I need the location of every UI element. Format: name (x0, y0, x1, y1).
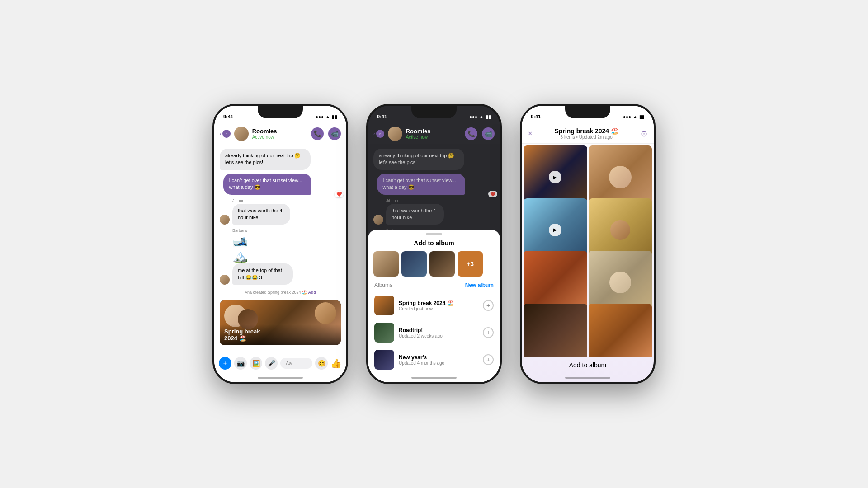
video-icon-2: 📹 (485, 130, 492, 137)
more-count: +3 (467, 260, 474, 267)
jihoon-label-2: Jihoon (386, 198, 463, 203)
chat-info-2: Roomies Active now (406, 128, 461, 140)
notch-2 (411, 106, 457, 118)
message-2-2-wrapper: I can't get over that sunset view... wha… (377, 174, 495, 195)
mic-button[interactable]: 🎤 (265, 357, 278, 370)
wifi-icon-2: ▲ (479, 114, 484, 119)
wifi-icon: ▲ (326, 114, 330, 119)
time-2: 9:41 (377, 114, 387, 119)
jihoon-avatar-2 (373, 215, 383, 225)
notch-3 (565, 106, 610, 118)
video-call-button[interactable]: 📹 (328, 127, 341, 140)
emoji-icon: 😊 (318, 360, 326, 367)
album-list-item-1[interactable]: Spring break 2024 🏖️ Created just now + (368, 292, 500, 319)
video-icon: 📹 (331, 130, 339, 137)
back-count-1: 2 (222, 130, 231, 138)
sheet-photo-2[interactable] (401, 251, 427, 277)
grid-item-7[interactable] (524, 304, 587, 357)
message-6: me at the top of that hill 😂😂 3 (220, 263, 341, 285)
chat-name-2: Roomies (406, 128, 461, 135)
chat-name-1: Roomies (252, 128, 307, 135)
album-add-button-1[interactable]: + (483, 300, 494, 311)
sheet-title: Add to album (368, 239, 500, 251)
album-list-item-3[interactable]: New year's Updated 4 months ago + (368, 346, 500, 373)
video-call-button-2[interactable]: 📹 (482, 127, 495, 140)
album-footer: Add to album (522, 357, 654, 373)
more-button[interactable]: ⊙ (641, 129, 647, 139)
phone-icon-2: 📞 (467, 130, 475, 137)
barbara-avatar (220, 275, 230, 285)
photos-button[interactable]: 🖼️ (250, 357, 262, 370)
back-button-2[interactable]: ‹ 2 (373, 130, 384, 138)
emoji-button[interactable]: 😊 (315, 357, 328, 370)
album-thumb-2 (374, 323, 394, 343)
sheet-photo-more[interactable]: +3 (458, 251, 483, 277)
like-button[interactable]: 👍 (330, 358, 342, 369)
album-title: Spring break 2024 🏖️ (532, 127, 641, 135)
phone-call-button-2[interactable]: 📞 (465, 127, 477, 140)
messages-1: already thinking of our next trip 🤔 let'… (214, 144, 346, 353)
input-placeholder: Aa (286, 361, 292, 366)
message-2-reaction: ❤️ (335, 191, 344, 197)
jihoon-label: Jihoon (232, 198, 310, 203)
status-icons-1: ●●● ▲ ▮▮ (316, 114, 337, 119)
message-2-2: I can't get over that sunset view... wha… (377, 174, 465, 195)
close-button[interactable]: × (528, 130, 532, 138)
message-2: I can't get over that sunset view... wha… (223, 174, 311, 195)
time-1: 9:41 (223, 114, 233, 119)
sheet-handle (426, 233, 442, 235)
grid-item-8[interactable] (589, 304, 652, 357)
message-3: Jihoon that was worth the 4 hour hike (220, 198, 341, 225)
phone-3: 9:41 ●●● ▲ ▮▮ × Spring break 2024 🏖️ 8 i… (520, 104, 656, 384)
phone-1: 9:41 ●●● ▲ ▮▮ ‹ 2 Roomies Active now 📞 (212, 104, 348, 384)
play-button-2[interactable]: ▶ (549, 224, 561, 236)
sheet-photo-3[interactable] (429, 251, 455, 277)
new-album-button[interactable]: New album (465, 282, 494, 288)
mic-icon: 🎤 (268, 360, 275, 367)
chat-avatar-2 (388, 127, 402, 141)
message-input[interactable]: Aa (280, 358, 312, 369)
camera-button[interactable]: 📷 (234, 357, 247, 370)
sheet-photo-1[interactable] (373, 251, 399, 277)
time-3: 9:41 (531, 114, 541, 119)
chat-status-2: Active now (406, 135, 461, 140)
home-bar-1 (214, 373, 346, 382)
album-add-button-2[interactable]: + (483, 327, 494, 338)
message-2-wrapper: I can't get over that sunset view... wha… (223, 174, 341, 195)
status-icons-3: ●●● ▲ ▮▮ (623, 114, 645, 119)
back-count-2: 2 (376, 130, 384, 138)
add-link[interactable]: Add (308, 290, 316, 295)
signal-icon: ●●● (316, 114, 324, 119)
album-list-item-2[interactable]: Roadtrip! Updated 2 weeks ago + (368, 319, 500, 346)
album-card-overlay: Spring break2024 🏖️ (220, 324, 341, 345)
battery-icon-3: ▮▮ (639, 114, 645, 119)
barbara-label: Barbara (232, 228, 341, 233)
back-button-1[interactable]: ‹ 2 (220, 130, 231, 138)
system-message: Ana created Spring break 2024 🏖️ Add (220, 288, 341, 296)
album-sub-1: Created just now (399, 306, 478, 311)
album-grid: ▶ 0:08 ▶ 0:05 (522, 144, 654, 357)
album-name-1: Spring break 2024 🏖️ (399, 300, 478, 306)
phone-call-button[interactable]: 📞 (311, 127, 324, 140)
play-button-1[interactable]: ▶ (549, 171, 561, 183)
album-sub-2: Updated 2 weeks ago (399, 333, 478, 338)
album-header: × Spring break 2024 🏖️ 8 items • Updated… (522, 124, 654, 144)
albums-label: Albums (374, 282, 392, 288)
message-1: already thinking of our next trip 🤔 let'… (220, 149, 311, 170)
add-to-album-button[interactable]: Add to album (528, 361, 647, 369)
status-icons-2: ●●● ▲ ▮▮ (469, 114, 491, 119)
add-button[interactable]: ＋ (219, 357, 231, 370)
album-subtitle: 8 items • Updated 2m ago (532, 135, 641, 140)
jihoon-avatar (220, 215, 230, 225)
album-info-1: Spring break 2024 🏖️ Created just now (399, 300, 478, 311)
home-indicator-sheet (411, 377, 457, 379)
album-add-button-3[interactable]: + (483, 354, 494, 365)
phone-icon: 📞 (314, 130, 321, 137)
chat-status-1: Active now (252, 135, 307, 140)
phone-2: 9:41 ●●● ▲ ▮▮ ‹ 2 Roomies Active now 📞 (366, 104, 502, 384)
chat-header-2: ‹ 2 Roomies Active now 📞 📹 (368, 124, 500, 144)
album-card-1[interactable]: Spring break2024 🏖️ (220, 300, 341, 345)
jihoon-message: that was worth the 4 hour hike (232, 204, 290, 225)
album-info-3: New year's Updated 4 months ago (399, 354, 478, 366)
add-to-album-sheet[interactable]: Add to album +3 Albums New album Spring … (368, 230, 500, 382)
